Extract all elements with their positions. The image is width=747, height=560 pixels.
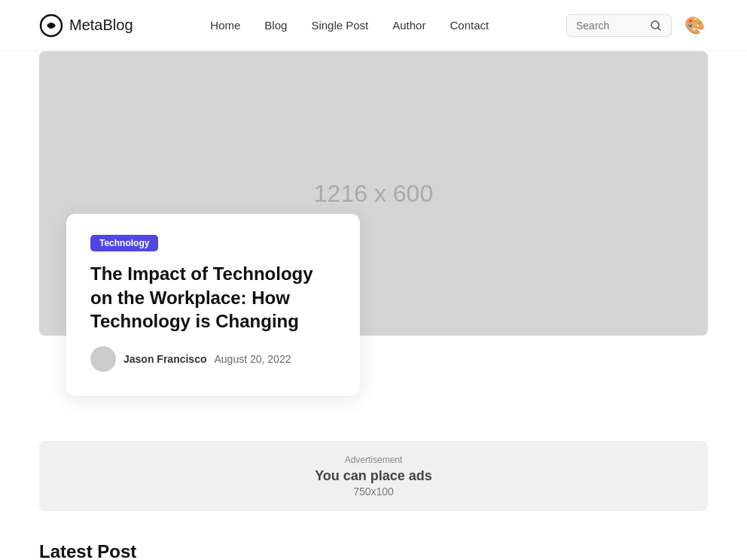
ad-main-text: You can place ads — [53, 468, 694, 484]
svg-line-2 — [658, 27, 661, 30]
hero-section: 1216 x 600 Technology The Impact of Tech… — [39, 51, 708, 336]
avatar — [90, 346, 116, 372]
main-nav: Home Blog Single Post Author Contact — [210, 19, 489, 32]
ad-size: 750x100 — [53, 485, 694, 498]
search-button[interactable] — [650, 20, 662, 32]
palette-button[interactable]: 🎨 — [681, 12, 708, 39]
nav-contact[interactable]: Contact — [450, 19, 489, 32]
latest-post-title: Latest Post — [39, 541, 708, 560]
ad-section: Advertisement You can place ads 750x100 — [39, 441, 708, 511]
ad-label: Advertisement — [53, 455, 694, 465]
nav-single-post[interactable]: Single Post — [311, 19, 368, 32]
post-tag[interactable]: Technology — [90, 235, 158, 251]
search-box — [566, 14, 672, 37]
nav-blog[interactable]: Blog — [264, 19, 287, 32]
hero-title: The Impact of Technology on the Workplac… — [90, 262, 336, 333]
header: MetaBlog Home Blog Single Post Author Co… — [0, 0, 747, 51]
latest-post-section: Latest Post — [39, 541, 708, 560]
ad-box[interactable]: Advertisement You can place ads 750x100 — [39, 441, 708, 511]
nav-author[interactable]: Author — [392, 19, 425, 32]
hero-image-dimensions: 1216 x 600 — [314, 180, 433, 208]
post-date: August 20, 2022 — [215, 353, 291, 365]
hero-card: Technology The Impact of Technology on t… — [66, 214, 360, 396]
nav-home[interactable]: Home — [210, 19, 240, 32]
logo[interactable]: MetaBlog — [39, 14, 133, 38]
search-input[interactable] — [576, 20, 644, 32]
logo-icon — [39, 14, 63, 38]
hero-meta: Jason Francisco August 20, 2022 — [90, 346, 336, 372]
palette-icon: 🎨 — [684, 16, 705, 35]
logo-text: MetaBlog — [69, 17, 133, 34]
author-name: Jason Francisco — [123, 353, 207, 365]
search-icon — [650, 20, 662, 32]
header-right: 🎨 — [566, 12, 708, 39]
